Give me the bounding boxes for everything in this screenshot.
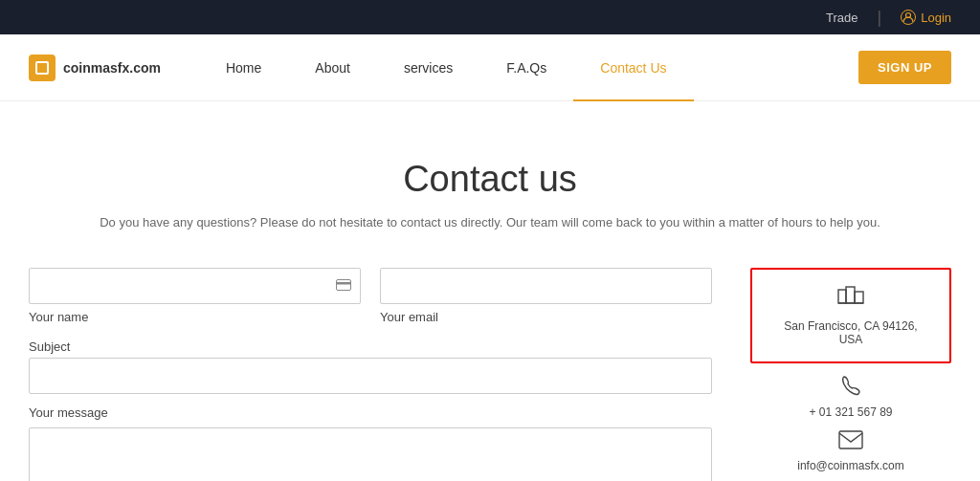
email-address-text: info@coinmasfx.com <box>797 459 904 472</box>
logo-icon <box>29 55 56 81</box>
page-title: Contact us <box>29 159 951 200</box>
page-subtitle: Do you have any questions? Please do not… <box>29 215 951 230</box>
navbar: coinmasfx.com Home About services F.A.Qs… <box>0 34 980 101</box>
divider: | <box>878 8 882 28</box>
phone-text: + 01 321 567 89 <box>809 405 892 419</box>
nav-item-contact[interactable]: Contact Us <box>573 34 693 101</box>
nav-contact-link[interactable]: Contact Us <box>573 34 693 101</box>
svg-rect-2 <box>337 282 351 285</box>
logo-inner <box>35 61 49 75</box>
map-icon <box>771 285 930 314</box>
message-textarea[interactable] <box>29 427 712 481</box>
message-label: Your message <box>29 405 712 420</box>
card-icon <box>336 278 351 294</box>
nav-faqs-link[interactable]: F.A.Qs <box>479 34 573 101</box>
nav-services-link[interactable]: services <box>377 34 479 101</box>
nav-item-home[interactable]: Home <box>199 34 288 101</box>
nav-item-faqs[interactable]: F.A.Qs <box>479 34 573 101</box>
signup-button[interactable]: SIGN UP <box>858 51 951 84</box>
address-card: San Francisco, CA 94126, USA <box>750 268 951 363</box>
name-input[interactable] <box>29 268 361 304</box>
contact-form: Your name Your email Subject Your messag… <box>29 268 712 481</box>
main-content: Contact us Do you have any questions? Pl… <box>0 101 980 481</box>
svg-rect-1 <box>337 280 351 291</box>
svg-rect-4 <box>846 287 855 303</box>
user-icon <box>901 10 916 25</box>
form-row-name-email: Your name Your email <box>29 268 712 339</box>
email-group: Your email <box>380 268 712 324</box>
subject-input[interactable] <box>29 358 712 394</box>
nav-about-link[interactable]: About <box>288 34 377 101</box>
address-text: San Francisco, CA 94126, USA <box>771 319 930 346</box>
nav-links: Home About services F.A.Qs Contact Us <box>199 34 858 101</box>
logo-text: coinmasfx.com <box>63 60 161 76</box>
email-input[interactable] <box>380 268 712 304</box>
name-group: Your name <box>29 268 361 324</box>
svg-rect-7 <box>839 431 862 448</box>
contact-info: San Francisco, CA 94126, USA + 01 321 56… <box>750 268 951 472</box>
email-item: info@coinmasfx.com <box>797 430 904 472</box>
login-link[interactable]: Login <box>901 10 951 25</box>
phone-item: + 01 321 567 89 <box>809 375 892 419</box>
logo[interactable]: coinmasfx.com <box>29 55 161 81</box>
contact-layout: Your name Your email Subject Your messag… <box>29 268 951 481</box>
trade-link[interactable]: Trade <box>826 11 858 25</box>
phone-icon <box>809 375 892 402</box>
svg-rect-3 <box>838 290 846 303</box>
name-label: Your name <box>29 310 361 324</box>
email-label: Your email <box>380 310 712 324</box>
top-bar: Trade | Login <box>0 0 980 34</box>
svg-rect-5 <box>855 292 863 303</box>
subject-group: Subject <box>29 339 712 394</box>
nav-home-link[interactable]: Home <box>199 34 288 101</box>
nav-item-services[interactable]: services <box>377 34 479 101</box>
nav-item-about[interactable]: About <box>288 34 377 101</box>
subject-label: Subject <box>29 339 712 354</box>
name-input-wrapper <box>29 268 361 304</box>
email-icon <box>797 430 904 455</box>
